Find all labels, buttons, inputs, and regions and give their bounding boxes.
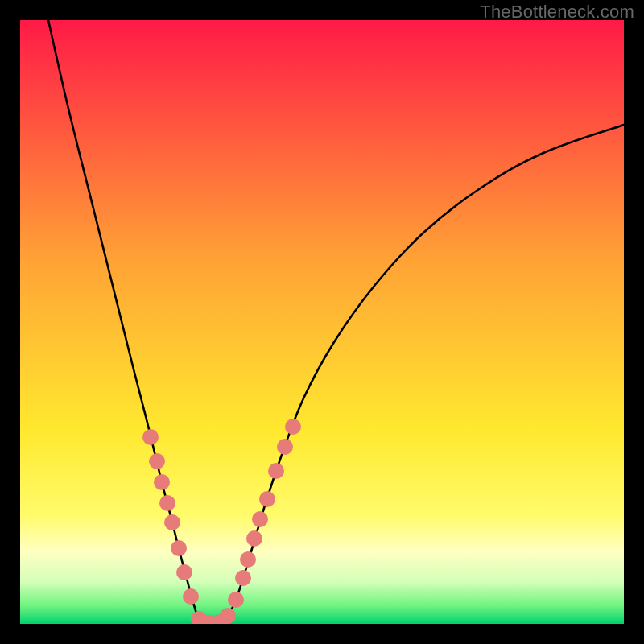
data-point (259, 491, 275, 507)
data-point (235, 570, 251, 586)
data-point (268, 463, 284, 479)
data-point (246, 530, 262, 547)
data-point (154, 474, 170, 490)
data-point (164, 514, 180, 530)
gradient-background (20, 20, 624, 624)
data-point (183, 588, 199, 605)
data-point (149, 453, 165, 469)
data-point (277, 439, 293, 455)
data-point (220, 608, 236, 624)
data-point (159, 495, 175, 511)
data-point (176, 564, 192, 580)
chart-frame (20, 20, 624, 624)
data-point (228, 592, 244, 608)
data-point (171, 540, 187, 556)
data-point (252, 511, 268, 527)
bottleneck-chart (20, 20, 624, 624)
data-point (142, 429, 159, 445)
data-point (285, 419, 301, 435)
data-point (240, 551, 256, 568)
